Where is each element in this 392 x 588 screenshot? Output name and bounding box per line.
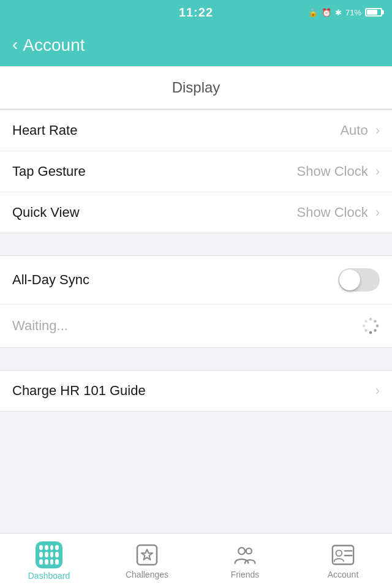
quick-view-chevron: ›	[375, 205, 380, 221]
svg-point-7	[364, 320, 367, 322]
tab-account-label: Account	[328, 570, 359, 579]
back-label: Account	[23, 36, 85, 55]
tab-friends[interactable]: Friends	[196, 533, 294, 588]
svg-point-3	[374, 329, 376, 331]
display-partial-label: Display	[172, 79, 221, 96]
settings-section: Heart Rate Auto › Tap Gesture Show Clock…	[0, 110, 392, 233]
tab-friends-label: Friends	[231, 570, 260, 579]
heart-rate-value: Auto	[340, 123, 368, 138]
display-partial-item[interactable]: Display	[0, 67, 392, 109]
svg-marker-9	[141, 549, 153, 560]
charge-hr-guide-chevron: ›	[375, 383, 380, 399]
guide-section: Charge HR 101 Guide ›	[0, 370, 392, 412]
tap-gesture-chevron: ›	[375, 164, 380, 179]
heart-rate-right: Auto ›	[340, 123, 380, 138]
status-time: 11:22	[179, 6, 213, 20]
tab-challenges-label: Challenges	[126, 570, 168, 579]
status-icons: 🔒 ⏰ ✱ 71%	[308, 8, 382, 17]
tap-gesture-value: Show Clock	[297, 164, 368, 179]
header: ‹ Account	[0, 24, 392, 66]
svg-point-2	[376, 325, 379, 327]
tab-dashboard-label: Dashboard	[28, 571, 70, 581]
waiting-label: Waiting...	[12, 318, 68, 334]
svg-point-10	[238, 548, 245, 554]
heart-rate-chevron: ›	[375, 123, 380, 138]
svg-point-0	[369, 318, 372, 320]
lock-icon: 🔒	[308, 8, 318, 17]
all-day-sync-toggle[interactable]	[338, 268, 380, 292]
all-day-sync-item[interactable]: All-Day Sync	[0, 256, 392, 304]
quick-view-item[interactable]: Quick View Show Clock ›	[0, 192, 392, 233]
tab-account[interactable]: Account	[294, 533, 392, 588]
quick-view-value: Show Clock	[297, 205, 368, 221]
svg-point-13	[336, 550, 342, 556]
quick-view-right: Show Clock ›	[297, 205, 380, 221]
heart-rate-label: Heart Rate	[12, 123, 77, 138]
battery-percent: 71%	[345, 8, 361, 17]
quick-view-label: Quick View	[12, 205, 80, 221]
svg-point-6	[363, 325, 365, 327]
waiting-item: Waiting...	[0, 304, 392, 347]
star-icon	[135, 543, 159, 567]
svg-rect-8	[137, 545, 157, 565]
all-day-sync-label: All-Day Sync	[12, 272, 89, 288]
dashboard-icon	[36, 541, 62, 568]
chevron-left-icon: ‹	[12, 36, 18, 53]
tap-gesture-right: Show Clock ›	[297, 164, 380, 179]
alarm-icon: ⏰	[322, 8, 331, 17]
tab-bar: Dashboard Challenges Friends	[0, 533, 392, 588]
status-bar: 11:22 🔒 ⏰ ✱ 71%	[0, 0, 392, 24]
sync-section: All-Day Sync Waiting...	[0, 255, 392, 348]
content: Display Heart Rate Auto › Tap Gesture Sh…	[0, 66, 392, 412]
spinner-svg	[361, 317, 380, 335]
charge-hr-guide-right: ›	[373, 383, 380, 399]
tap-gesture-item[interactable]: Tap Gesture Show Clock ›	[0, 151, 392, 192]
toggle-knob	[339, 270, 360, 290]
spinner-icon	[361, 317, 380, 335]
tab-dashboard[interactable]: Dashboard	[0, 533, 98, 588]
friends-icon	[233, 543, 257, 567]
charge-hr-guide-item[interactable]: Charge HR 101 Guide ›	[0, 371, 392, 411]
bluetooth-icon: ✱	[335, 8, 342, 17]
battery-icon	[365, 8, 382, 17]
spacer-1	[0, 233, 392, 255]
tab-challenges[interactable]: Challenges	[98, 533, 196, 588]
back-button[interactable]: ‹ Account	[12, 36, 85, 55]
svg-point-4	[369, 331, 372, 334]
display-partial-section: Display	[0, 66, 392, 110]
heart-rate-item[interactable]: Heart Rate Auto ›	[0, 110, 392, 151]
spacer-2	[0, 348, 392, 370]
svg-point-11	[246, 548, 252, 554]
charge-hr-guide-label: Charge HR 101 Guide	[12, 383, 146, 399]
account-tab-icon	[331, 543, 355, 567]
svg-point-5	[364, 329, 367, 331]
svg-point-1	[374, 320, 376, 322]
tap-gesture-label: Tap Gesture	[12, 164, 86, 179]
